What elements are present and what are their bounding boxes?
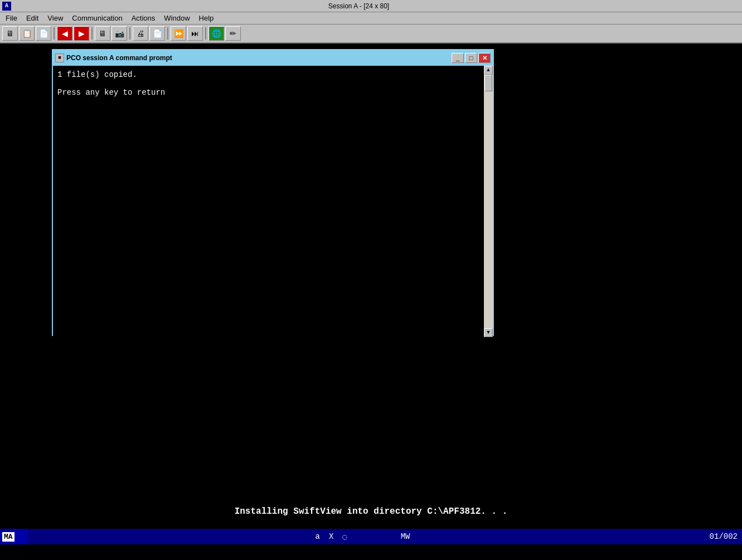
status-left: MA	[0, 529, 28, 544]
toolbar-print1[interactable]: 🖨	[133, 26, 148, 41]
pco-window: ■ PCO session A command prompt _ □ ✕ 1 f…	[52, 49, 494, 336]
scroll-track	[484, 75, 493, 328]
title-bar: A Session A - [24 x 80]	[0, 0, 742, 12]
toolbar-screen[interactable]: 🖥	[95, 26, 110, 41]
title-bar-left: A	[2, 2, 11, 11]
menu-actions[interactable]: Actions	[127, 13, 160, 23]
app-icon: A	[2, 2, 11, 11]
toolbar-sep-5	[205, 27, 206, 40]
status-bar: MA a X ◌ MW 01/002	[0, 529, 742, 544]
status-indicator-a: a	[315, 532, 319, 541]
title-text: Session A - [24 x 80]	[328, 2, 389, 10]
toolbar-new-session[interactable]: 🖥	[2, 26, 18, 41]
pco-terminal[interactable]: 1 file(s) copied. Press any key to retur…	[53, 66, 484, 337]
pco-content-area: 1 file(s) copied. Press any key to retur…	[53, 66, 493, 337]
toolbar-sep-2	[91, 27, 93, 40]
toolbar: 🖥 📋 📄 ◀ ▶ 🖥 📷 🖨 📄 ⏩ ⏭ 🌐 ✏	[0, 25, 742, 43]
toolbar-connect[interactable]: 🌐	[208, 26, 224, 41]
toolbar-copy[interactable]: 📋	[19, 26, 35, 41]
toolbar-sep-4	[167, 27, 168, 40]
toolbar-transfer2[interactable]: ▶	[74, 26, 89, 41]
scroll-up-arrow[interactable]: ▲	[484, 66, 493, 75]
menu-window[interactable]: Window	[159, 13, 194, 23]
menu-help[interactable]: Help	[195, 13, 219, 23]
status-indicator-x: X	[329, 532, 333, 541]
status-mw: MW	[401, 532, 410, 541]
pco-window-controls: _ □ ✕	[452, 53, 491, 63]
pco-minimize-button[interactable]: _	[452, 53, 464, 63]
pco-titlebar: ■ PCO session A command prompt _ □ ✕	[53, 50, 493, 66]
bottom-message: Installing SwiftView into directory C:\A…	[0, 507, 742, 517]
status-indicator-circle: ◌	[342, 532, 347, 542]
toolbar-edit[interactable]: ✏	[225, 26, 241, 41]
terminal-line-1: 1 file(s) copied.	[57, 70, 479, 79]
pco-window-title: PCO session A command prompt	[66, 54, 172, 62]
menu-edit[interactable]: Edit	[22, 13, 43, 23]
pco-maximize-button[interactable]: □	[465, 53, 477, 63]
status-ma-badge: MA	[2, 532, 14, 542]
status-middle: a X ◌ MW	[28, 532, 697, 542]
toolbar-paste[interactable]: 📄	[36, 26, 51, 41]
toolbar-print2[interactable]: 📄	[149, 26, 165, 41]
toolbar-sep-3	[129, 27, 130, 40]
terminal-line-2	[57, 79, 479, 88]
toolbar-capture[interactable]: 📷	[111, 26, 127, 41]
status-page-counter: 01/002	[697, 532, 742, 541]
toolbar-sep-1	[54, 27, 55, 40]
toolbar-fwd1[interactable]: ⏩	[171, 26, 186, 41]
scroll-thumb[interactable]	[484, 75, 492, 91]
pco-window-icon: ■	[55, 53, 64, 62]
pco-close-button[interactable]: ✕	[478, 53, 491, 63]
menu-view[interactable]: View	[43, 13, 67, 23]
terminal-line-3: Press any key to return	[57, 88, 479, 97]
toolbar-fwd2[interactable]: ⏭	[187, 26, 203, 41]
menu-file[interactable]: File	[1, 13, 22, 23]
scroll-down-arrow[interactable]: ▼	[484, 328, 493, 337]
toolbar-transfer1[interactable]: ◀	[57, 26, 72, 41]
menu-bar: File Edit View Communication Actions Win…	[0, 12, 742, 25]
main-area: ■ PCO session A command prompt _ □ ✕ 1 f…	[0, 43, 742, 544]
menu-communication[interactable]: Communication	[67, 13, 127, 23]
pco-titlebar-left: ■ PCO session A command prompt	[55, 53, 172, 62]
pco-scrollbar[interactable]: ▲ ▼	[484, 66, 493, 337]
